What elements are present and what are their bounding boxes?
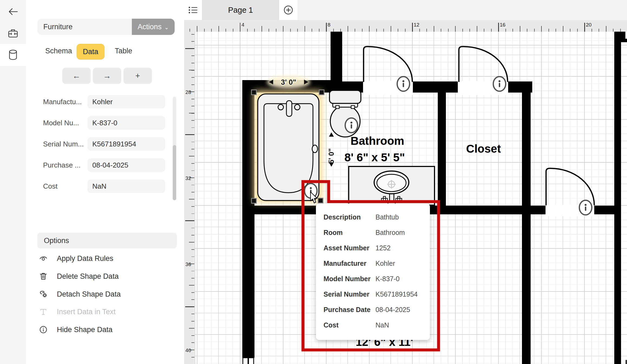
model-number-field[interactable] <box>88 116 165 129</box>
field-row: Serial Num... <box>43 137 165 150</box>
left-arrow-icon <box>8 7 18 16</box>
tooltip-value: NaN <box>375 321 389 329</box>
tooltip-label: Description <box>324 213 375 221</box>
shape-data-tooltip: Description Bathtub Room Bathroom Asset … <box>316 204 430 340</box>
options-header: Options <box>37 233 177 248</box>
record-nav: ← → + <box>62 68 152 84</box>
option-hide-shape-data[interactable]: Hide Shape Data <box>37 321 177 338</box>
sink-vanity-shape[interactable] <box>349 166 435 205</box>
tooltip-row: Asset Number 1252 <box>324 240 430 256</box>
field-label: Manufactu... <box>43 98 82 106</box>
room-label-closet: Closet <box>466 142 501 155</box>
room-label-bathroom: Bathroom <box>351 135 404 147</box>
option-delete-shape-data[interactable]: Delete Shape Data <box>37 268 177 285</box>
tooltip-value: Bathroom <box>375 229 405 237</box>
info-icon <box>37 326 49 333</box>
chevron-down-icon: ⌄ <box>164 24 169 31</box>
field-row: Model Nu... <box>43 116 165 129</box>
database-icon <box>8 50 18 60</box>
tab-page-1[interactable]: Page 1 <box>202 0 279 20</box>
selection-height-dim: 5' 0" <box>327 132 335 167</box>
tooltip-value: Bathtub <box>375 213 399 221</box>
shape-data-panel: Actions ⌄ Schema Data Table ← → + Manufa… <box>26 0 184 364</box>
ruler-number: 20 <box>586 22 592 28</box>
tab-table[interactable]: Table <box>113 47 134 55</box>
add-page-button[interactable] <box>279 0 298 20</box>
tab-data[interactable]: Data <box>77 44 104 60</box>
eye-rule-icon <box>37 255 49 262</box>
serial-number-field[interactable] <box>88 137 165 150</box>
option-label: Apply Data Rules <box>57 254 113 263</box>
option-label: Detach Shape Data <box>57 290 121 299</box>
ruler-number: 12 <box>414 22 419 28</box>
field-label: Serial Num... <box>43 140 84 148</box>
options-header-label: Options <box>44 237 69 245</box>
field-row: Cost <box>43 180 165 193</box>
svg-text:5' 0": 5' 0" <box>327 148 335 164</box>
page-list-icon <box>188 6 198 14</box>
tooltip-row: Description Bathtub <box>324 209 430 225</box>
tooltip-label: Purchase Date <box>324 306 375 314</box>
purchase-date-field[interactable] <box>88 159 165 172</box>
horizontal-ruler: 4 8 12 16 20 <box>184 20 627 32</box>
tooltip-value: K5671891954 <box>375 290 418 298</box>
tooltip-value: 08-04-2025 <box>375 306 410 314</box>
text-icon <box>37 308 49 315</box>
selection-width-dim: 3' 0" <box>267 76 310 88</box>
manufacturer-field[interactable] <box>88 95 165 108</box>
ruler-number: 16 <box>500 22 505 28</box>
tooltip-value: 1252 <box>375 244 391 252</box>
field-row: Purchase ... <box>43 159 165 172</box>
door2-info-icon[interactable] <box>493 77 506 91</box>
rail-item-shape-data[interactable] <box>0 45 26 64</box>
tooltip-row: Cost NaN <box>324 317 430 333</box>
toolbox-icon <box>8 28 18 38</box>
window[interactable] <box>242 358 254 364</box>
ruler-number: 28 <box>184 89 191 95</box>
prev-record-button[interactable]: ← <box>62 68 91 84</box>
tooltip-row: Model Number K-837-0 <box>324 271 430 287</box>
field-label: Model Nu... <box>43 119 79 127</box>
tooltip-label: Room <box>324 229 375 237</box>
tooltip-label: Cost <box>324 321 375 329</box>
actions-label: Actions <box>138 23 162 31</box>
door-3[interactable] <box>546 168 594 205</box>
page-tab-label: Page 1 <box>228 6 253 15</box>
tooltip-label: Model Number <box>324 275 375 283</box>
tab-schema[interactable]: Schema <box>44 47 74 55</box>
tooltip-row: Purchase Date 08-04-2025 <box>324 302 430 317</box>
trash-icon <box>37 273 49 280</box>
sidebar-scrollbar-thumb[interactable] <box>173 145 176 200</box>
back-button[interactable] <box>0 2 26 21</box>
door1-info-icon[interactable] <box>397 77 410 91</box>
unlink-icon <box>37 290 49 298</box>
actions-button[interactable]: Actions ⌄ <box>132 19 175 35</box>
dataset-name-input[interactable] <box>37 19 132 35</box>
next-record-button[interactable]: → <box>93 68 121 84</box>
ruler-number: 32 <box>184 175 191 181</box>
tooltip-row: Serial Number K5671891954 <box>324 287 430 302</box>
add-page-icon <box>283 5 293 15</box>
add-record-button[interactable]: + <box>123 68 152 84</box>
tooltip-label: Serial Number <box>324 290 375 298</box>
option-detach-shape-data[interactable]: Detach Shape Data <box>37 286 177 303</box>
tooltip-value: K-837-0 <box>375 275 400 283</box>
tooltip-label: Manufacturer <box>324 260 375 267</box>
ruler-number: 40 <box>184 347 191 353</box>
tooltip-row: Manufacturer Kohler <box>324 256 430 271</box>
svg-text:3' 0": 3' 0" <box>281 78 296 86</box>
field-row: Manufactu... <box>43 95 165 108</box>
cost-field[interactable] <box>88 180 165 193</box>
ruler-number: 36 <box>184 261 191 267</box>
option-insert-data-in-text[interactable]: Insert Data in Text <box>37 303 177 320</box>
tooltip-label: Asset Number <box>324 244 375 252</box>
left-rail <box>0 0 26 364</box>
page-list-button[interactable] <box>184 0 202 20</box>
option-label: Insert Data in Text <box>57 308 116 316</box>
door3-info-icon[interactable] <box>579 200 592 215</box>
rail-item-shapes[interactable] <box>0 24 26 43</box>
drawing-canvas[interactable]: Bathroom 8' 6" x 5' 5" Closet 12' 6" x 1… <box>194 32 627 364</box>
option-apply-data-rules[interactable]: Apply Data Rules <box>37 250 177 267</box>
toilet-info-icon[interactable] <box>345 118 358 133</box>
tooltip-row: Room Bathroom <box>324 225 430 240</box>
